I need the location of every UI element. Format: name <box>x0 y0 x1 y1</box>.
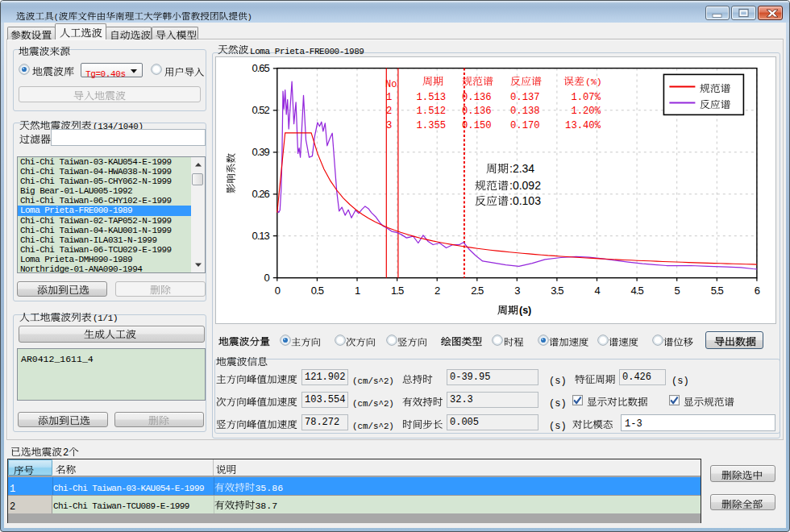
svg-text:35.86: 35.86 <box>255 483 283 493</box>
svg-text:1.5: 1.5 <box>391 285 404 297</box>
svg-text:0: 0 <box>264 272 269 284</box>
svg-text:0.13: 0.13 <box>252 230 269 242</box>
svg-text:6: 6 <box>754 285 759 297</box>
svg-text:5: 5 <box>674 285 680 297</box>
svg-text:5.5: 5.5 <box>710 285 723 297</box>
svg-text:0.65: 0.65 <box>252 62 269 74</box>
svg-text:2.5: 2.5 <box>471 285 484 297</box>
svg-text:4: 4 <box>594 285 600 297</box>
svg-text:2: 2 <box>434 285 440 297</box>
svg-text:38.7: 38.7 <box>255 501 277 511</box>
svg-text:1: 1 <box>354 285 360 297</box>
svg-text:): ) <box>247 13 252 22</box>
svg-text:4.5: 4.5 <box>630 285 643 297</box>
svg-text:0.39: 0.39 <box>252 146 269 158</box>
svg-text:3: 3 <box>514 285 520 297</box>
svg-text:0: 0 <box>274 285 280 297</box>
svg-text:0.52: 0.52 <box>252 104 269 116</box>
svg-text:3.5: 3.5 <box>551 285 563 297</box>
svg-text:(: ( <box>54 13 59 22</box>
svg-text:0.5: 0.5 <box>310 285 323 297</box>
